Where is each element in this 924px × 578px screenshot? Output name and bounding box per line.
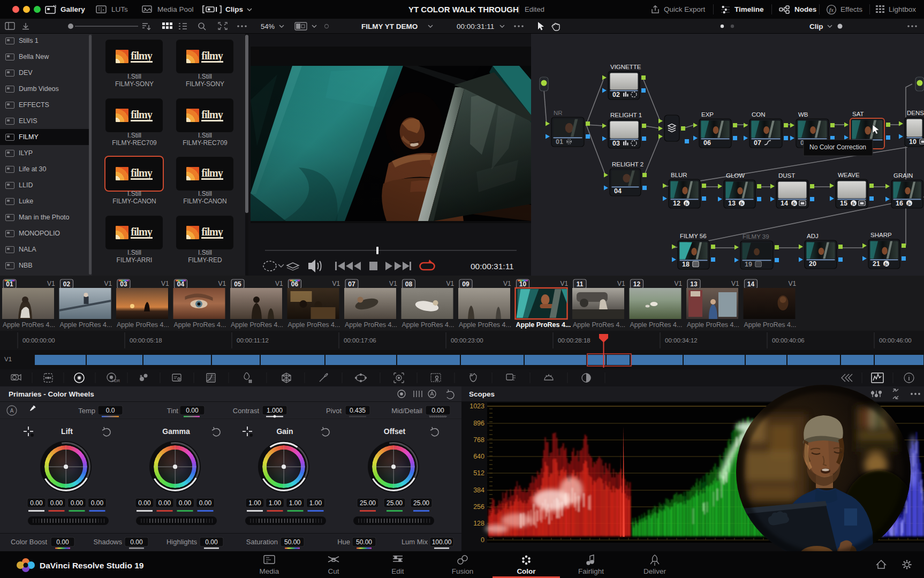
svg-text:20: 20	[809, 260, 816, 268]
svg-text:fx: fx	[740, 201, 743, 206]
svg-text:SAT: SAT	[852, 111, 864, 117]
svg-text:21: 21	[873, 260, 880, 268]
svg-text:fx: fx	[907, 201, 911, 206]
svg-text:V1: V1	[218, 280, 226, 287]
svg-text:896: 896	[473, 420, 484, 427]
svg-text:04: 04	[614, 187, 622, 195]
svg-text:15: 15	[840, 200, 847, 207]
svg-text:384: 384	[473, 486, 484, 494]
svg-text:fx: fx	[829, 7, 834, 12]
svg-text:V1: V1	[161, 280, 169, 287]
svg-text:fx: fx	[685, 201, 688, 206]
svg-text:DUST: DUST	[778, 172, 795, 179]
svg-text:Apple ProRes 4...: Apple ProRes 4...	[630, 321, 683, 329]
svg-text:08: 08	[405, 280, 413, 288]
svg-text:DENSI: DENSI	[907, 110, 924, 116]
svg-text:12: 12	[633, 280, 641, 288]
svg-text:RELIGHT 2: RELIGHT 2	[612, 161, 643, 168]
svg-text:V1: V1	[389, 280, 397, 287]
svg-text:256: 256	[473, 503, 484, 511]
svg-text:V1: V1	[675, 280, 683, 287]
svg-text:Fusion: Fusion	[452, 567, 474, 575]
svg-text:FILMY 56: FILMY 56	[680, 233, 707, 239]
svg-text:NR: NR	[554, 110, 563, 116]
svg-text:14: 14	[781, 200, 788, 207]
svg-text:V1: V1	[47, 280, 55, 287]
svg-text:10: 10	[519, 280, 527, 288]
svg-text:02: 02	[63, 280, 71, 288]
svg-text:Apple ProRes 4...: Apple ProRes 4...	[288, 321, 340, 329]
svg-text:GLOW: GLOW	[726, 172, 745, 179]
svg-text:Apple ProRes 4...: Apple ProRes 4...	[402, 321, 455, 329]
svg-text:Apple ProRes 4...: Apple ProRes 4...	[459, 321, 511, 329]
svg-text:768: 768	[473, 436, 484, 444]
svg-text:Edit: Edit	[391, 567, 404, 575]
svg-text:02: 02	[612, 91, 620, 98]
svg-text:14: 14	[747, 280, 755, 288]
svg-text:BLUR: BLUR	[671, 172, 687, 178]
svg-text:512: 512	[473, 469, 484, 477]
svg-text:fx: fx	[792, 201, 796, 206]
svg-text:Fairlight: Fairlight	[578, 567, 604, 575]
svg-text:RELIGHT 1: RELIGHT 1	[610, 112, 642, 118]
svg-text:Media: Media	[260, 567, 279, 575]
svg-text:05: 05	[234, 280, 241, 288]
svg-text:07: 07	[754, 139, 761, 147]
svg-text:Apple ProRes 4...: Apple ProRes 4...	[516, 321, 571, 329]
svg-text:FILMY 39: FILMY 39	[743, 233, 769, 240]
svg-text:DaVinci Resolve Studio 19: DaVinci Resolve Studio 19	[40, 561, 144, 570]
svg-text:CON: CON	[752, 111, 766, 118]
svg-text:00:00:31:11: 00:00:31:11	[457, 22, 494, 31]
svg-text:16: 16	[896, 200, 903, 207]
svg-text:V1: V1	[332, 280, 340, 287]
svg-text:Apple ProRes 4...: Apple ProRes 4...	[174, 321, 226, 329]
svg-text:13: 13	[728, 200, 736, 207]
svg-text:Scopes: Scopes	[469, 390, 495, 398]
svg-text:640: 640	[473, 453, 484, 460]
svg-text:ADJ: ADJ	[807, 233, 819, 239]
svg-text:04: 04	[177, 280, 185, 288]
svg-text:00:00:05:18: 00:00:05:18	[130, 337, 162, 344]
svg-text:12: 12	[673, 200, 680, 207]
svg-text:Color: Color	[517, 567, 536, 575]
svg-text:fx: fx	[852, 201, 855, 206]
svg-text:V1: V1	[503, 280, 511, 287]
svg-text:00:00:46:00: 00:00:46:00	[879, 337, 912, 344]
svg-text:WB: WB	[798, 111, 808, 118]
svg-text:Apple ProRes 4...: Apple ProRes 4...	[744, 321, 797, 329]
svg-text:V1: V1	[561, 280, 569, 287]
svg-text:Apple ProRes 4...: Apple ProRes 4...	[231, 321, 283, 329]
svg-text:06: 06	[291, 280, 299, 288]
svg-text:Apple ProRes 4...: Apple ProRes 4...	[687, 321, 739, 329]
svg-text:V1: V1	[275, 280, 283, 287]
svg-text:1023: 1023	[469, 402, 484, 410]
svg-text:Apple ProRes 4...: Apple ProRes 4...	[345, 321, 397, 329]
svg-text:Deliver: Deliver	[643, 567, 667, 575]
svg-text:01: 01	[556, 138, 563, 146]
svg-text:01: 01	[6, 280, 13, 288]
svg-text:03: 03	[120, 280, 127, 288]
svg-text:EXP: EXP	[701, 111, 714, 118]
svg-text:18: 18	[682, 261, 690, 268]
svg-text:V1: V1	[446, 280, 455, 287]
svg-text:SHARP: SHARP	[870, 232, 892, 238]
svg-text:Apple ProRes 4...: Apple ProRes 4...	[573, 321, 625, 329]
svg-text:00:00:11:12: 00:00:11:12	[237, 337, 269, 344]
svg-text:WEAVE: WEAVE	[838, 172, 860, 178]
svg-text:Cut: Cut	[328, 567, 339, 575]
svg-text:Apple ProRes 4...: Apple ProRes 4...	[117, 321, 169, 329]
svg-text:00:00:40:06: 00:00:40:06	[772, 337, 805, 344]
svg-text:Apple ProRes 4...: Apple ProRes 4...	[60, 321, 112, 329]
svg-text:13: 13	[690, 280, 698, 288]
svg-text:06: 06	[703, 139, 711, 147]
svg-text:00:00:28:18: 00:00:28:18	[558, 337, 590, 344]
svg-text:0: 0	[481, 536, 484, 544]
svg-text:07: 07	[348, 280, 355, 288]
svg-text:00:00:17:06: 00:00:17:06	[344, 337, 376, 344]
svg-text:fx: fx	[884, 262, 888, 267]
svg-text:00:00:31:11: 00:00:31:11	[471, 262, 514, 271]
svg-text:V1: V1	[789, 280, 797, 287]
svg-text:00:00:23:00: 00:00:23:00	[451, 337, 483, 344]
svg-text:Clip: Clip	[809, 22, 823, 31]
svg-text:09: 09	[462, 280, 469, 288]
